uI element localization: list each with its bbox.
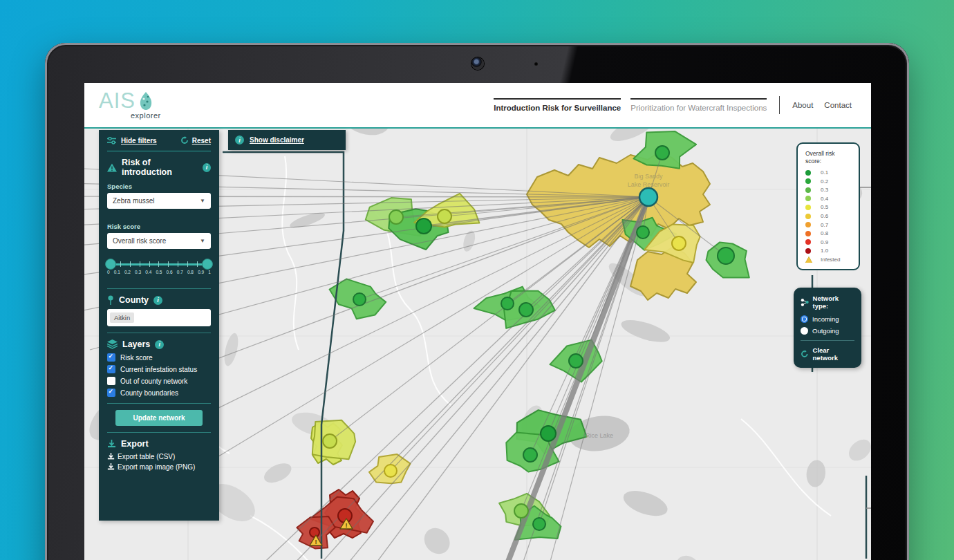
county-input[interactable]: Aitkin [107, 309, 211, 326]
slider-tickmark [178, 261, 178, 267]
hide-filters-link[interactable]: Hide filters [121, 137, 157, 144]
legend-row: 0.7 [805, 221, 859, 230]
reset-icon [180, 136, 189, 144]
slider-handle-min[interactable] [105, 259, 116, 270]
svg-text:Rice Lake: Rice Lake [586, 432, 613, 439]
species-value: Zebra mussel [113, 197, 155, 205]
export-link-0[interactable]: Export table (CSV) [107, 453, 211, 460]
app-header: AIS explorer Introduction Risk for Surve… [84, 83, 871, 129]
slider-tick-label: 0.4 [145, 270, 151, 274]
svg-text:!: ! [315, 539, 317, 545]
nav-tab-0[interactable]: Introduction Risk for Surveillance [494, 98, 621, 112]
map-region: !!Big SandyLake ReservoirRice Lake Hide … [84, 129, 871, 560]
layer-checkbox-row[interactable]: Out of county network [107, 377, 211, 385]
mussel-icon [138, 91, 154, 111]
legend-value: 0.2 [821, 178, 828, 185]
risk-score-slider: 00.10.20.30.40.50.60.70.80.91 [107, 259, 211, 282]
clear-network-button[interactable]: Clear network [801, 346, 854, 362]
clear-network-label: Clear network [813, 346, 854, 362]
layer-checkbox-row[interactable]: Risk score [107, 353, 211, 362]
download-icon [107, 463, 115, 471]
legend-row: 0.5 [805, 203, 859, 212]
county-section-title: County [119, 295, 149, 305]
slider-tickmark [140, 261, 140, 267]
layers-icon [107, 339, 118, 349]
layer-label: Risk score [120, 354, 153, 362]
checkbox-checked[interactable] [107, 389, 115, 397]
legend-value: 0.9 [821, 239, 828, 245]
nav-link-contact[interactable]: Contact [824, 101, 852, 109]
checkbox-unchecked[interactable] [107, 377, 115, 385]
slider-tickmark [168, 261, 169, 267]
slider-tick-label: 0.2 [124, 270, 131, 274]
clear-network-icon [801, 350, 809, 358]
legend-value: 0.5 [821, 204, 828, 210]
county-info-icon[interactable]: i [153, 296, 162, 305]
export-link-1[interactable]: Export map image (PNG) [107, 463, 211, 471]
webcam [471, 57, 484, 70]
legend-value: 0.7 [821, 222, 828, 228]
legend-rows: 0.1 0.2 0.3 0.4 0.5 0.6 0.7 0.8 0.9 1.0 [805, 168, 859, 255]
network-icon [801, 298, 810, 307]
slider-tick-label: 0.6 [167, 270, 173, 274]
risk-score-label: Risk score [107, 223, 211, 230]
layer-label: Out of county network [120, 377, 187, 385]
radio-label: Outgoing [812, 327, 839, 335]
radio-selected[interactable] [801, 315, 808, 323]
update-network-button[interactable]: Update network [115, 410, 203, 426]
map-pin-icon [107, 295, 114, 305]
legend-row: 1.0 [805, 247, 859, 256]
slider-tickmark [187, 261, 188, 267]
layers-section-title: Layers [122, 339, 150, 349]
slider-tickmark [149, 261, 150, 267]
legend-row: 0.2 [805, 177, 859, 186]
download-icon [107, 453, 115, 460]
slider-tick-label: 0.5 [156, 270, 162, 274]
nav-tabs: Introduction Risk for SurveillancePriori… [494, 98, 767, 112]
infested-warning-icon [805, 256, 812, 263]
legend-value: 0.1 [821, 169, 828, 176]
nav-tab-1[interactable]: Prioritization for Watercraft Inspection… [630, 98, 767, 112]
risk-score-select[interactable]: Overall risk score ▼ [107, 233, 211, 249]
slider-tick-labels: 00.10.20.30.40.50.60.70.80.91 [107, 270, 211, 274]
network-option-outgoing[interactable]: Outgoing [801, 327, 854, 335]
legend-color-dot [805, 248, 811, 254]
show-disclaimer-link[interactable]: Show disclaimer [250, 136, 304, 144]
slider-tick-label: 1 [208, 270, 211, 274]
radio-unselected[interactable] [801, 327, 808, 335]
legend-row: 0.3 [805, 185, 859, 194]
reset-link[interactable]: Reset [192, 137, 211, 144]
species-select[interactable]: Zebra mussel ▼ [107, 193, 211, 209]
county-chip[interactable]: Aitkin [110, 312, 134, 323]
microphone-dot [534, 62, 538, 66]
nav-link-about[interactable]: About [792, 101, 813, 109]
slider-tickmark [158, 261, 159, 267]
filters-sidebar: Hide filters Reset [99, 130, 219, 521]
legend-value: 0.6 [821, 213, 828, 219]
legend-color-dot [805, 170, 811, 176]
layer-label: County boundaries [120, 389, 178, 397]
layers-info-icon[interactable]: i [155, 340, 164, 349]
chevron-down-icon: ▼ [200, 238, 205, 244]
risk-info-icon[interactable]: i [203, 163, 211, 172]
layer-checkbox-row[interactable]: Current infestation status [107, 365, 211, 373]
main-nav: Introduction Risk for SurveillancePriori… [494, 96, 852, 114]
slider-tickmark [120, 261, 121, 267]
slider-tick-label: 0.3 [135, 270, 141, 274]
layer-checkbox-row[interactable]: County boundaries [107, 389, 211, 397]
svg-text:Big Sandy: Big Sandy [634, 173, 663, 180]
legend-row: 0.9 [805, 238, 859, 247]
slider-tick-label: 0.7 [177, 270, 183, 274]
radio-label: Incoming [812, 315, 839, 323]
slider-handle-max[interactable] [202, 259, 213, 270]
app-screen: AIS explorer Introduction Risk for Surve… [84, 83, 871, 560]
disclaimer-info-icon: i [235, 136, 244, 144]
show-disclaimer-bar[interactable]: i Show disclaimer [228, 130, 346, 150]
legend-row: 0.4 [805, 194, 859, 203]
warning-triangle-icon [107, 163, 117, 172]
export-links: Export table (CSV) Export map image (PNG… [107, 453, 211, 471]
network-option-incoming[interactable]: Incoming [801, 315, 854, 323]
svg-text:Lake Reservoir: Lake Reservoir [628, 181, 670, 188]
checkbox-checked[interactable] [107, 353, 115, 362]
checkbox-checked[interactable] [107, 365, 115, 373]
